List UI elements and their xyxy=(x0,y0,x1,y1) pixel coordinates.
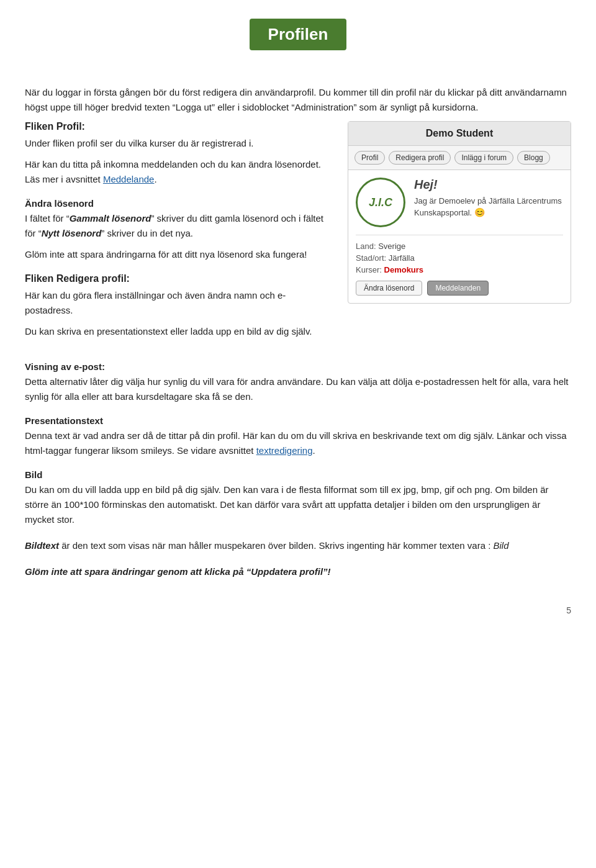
visning-epost-heading: Visning av e-post: xyxy=(25,361,571,372)
fliken-profil-text2: Här kan du titta på inkomna meddelanden … xyxy=(25,157,329,187)
smiley-icon: 😊 xyxy=(474,207,485,217)
bildtext-paragraph: Bildtext är den text som visas när man h… xyxy=(25,538,571,553)
fliken-redigera-section: Fliken Redigera profil: Här kan du göra … xyxy=(25,273,329,339)
fliken-profil-section: Fliken Profil: Under fliken profil ser d… xyxy=(25,121,329,187)
demo-card-column: Demo Student Profil Redigera profil Inlä… xyxy=(348,121,571,350)
demo-student-card: Demo Student Profil Redigera profil Inlä… xyxy=(348,121,571,304)
page-title: Profilen xyxy=(250,19,347,50)
detail-land: Land: Sverige xyxy=(356,242,563,251)
title-wrapper: Profilen xyxy=(25,19,571,68)
fliken-profil-heading: Fliken Profil: xyxy=(25,121,329,132)
two-column-layout: Fliken Profil: Under fliken profil ser d… xyxy=(25,121,571,350)
meddelande-link[interactable]: Meddelande xyxy=(103,174,155,184)
andra-losenord-text1: I fältet för “Gammalt lösenord” skriver … xyxy=(25,211,329,241)
demo-card-body: J.l.C Hej! Jag är Demoelev på Järfälla L… xyxy=(348,170,571,303)
tab-inlagg-forum[interactable]: Inlägg i forum xyxy=(454,151,513,165)
demo-card-actions: Ändra lösenord Meddelanden xyxy=(356,281,563,296)
left-column: Fliken Profil: Under fliken profil ser d… xyxy=(25,121,329,350)
meddelanden-button[interactable]: Meddelanden xyxy=(427,281,489,296)
demo-description: Jag är Demoelev på Järfälla Lärcentrums … xyxy=(414,196,563,219)
andra-losenord-text2: Glöm inte att spara ändringarna för att … xyxy=(25,247,329,262)
demo-card-header: Demo Student xyxy=(348,122,571,146)
tab-profil[interactable]: Profil xyxy=(354,151,385,165)
fliken-profil-text1: Under fliken profil ser du vilka kurser … xyxy=(25,136,329,151)
page-number: 5 xyxy=(566,605,571,615)
andra-losenord-heading: Ändra lösenord xyxy=(25,198,329,209)
presentationstext-heading: Presentationstext xyxy=(25,415,571,426)
demo-greeting-area: Hej! Jag är Demoelev på Järfälla Lärcent… xyxy=(414,178,563,219)
visning-epost-text1: Detta alternativ låter dig välja hur syn… xyxy=(25,374,571,404)
bild-heading: Bild xyxy=(25,469,571,480)
andra-losenord-button[interactable]: Ändra lösenord xyxy=(356,281,422,296)
bildtext-section: Bildtext är den text som visas när man h… xyxy=(25,538,571,553)
fliken-redigera-text2: Du kan skriva en presentationstext eller… xyxy=(25,324,329,339)
fliken-redigera-text1: Här kan du göra flera inställningar och … xyxy=(25,288,329,318)
demo-card-tabs: Profil Redigera profil Inlägg i forum Bl… xyxy=(348,146,571,170)
footer-note-section: Glöm inte att spara ändringar genom att … xyxy=(25,564,571,579)
textredigering-link[interactable]: textredigering xyxy=(256,445,313,456)
fliken-redigera-heading: Fliken Redigera profil: xyxy=(25,273,329,284)
visning-epost-section: Visning av e-post: Detta alternativ låte… xyxy=(25,361,571,404)
andra-losenord-section: Ändra lösenord I fältet för “Gammalt lös… xyxy=(25,198,329,262)
detail-stad: Stad/ort: Järfälla xyxy=(356,253,563,263)
presentationstext-section: Presentationstext Denna text är vad andr… xyxy=(25,415,571,458)
bild-section: Bild Du kan om du vill ladda upp en bild… xyxy=(25,469,571,527)
demo-profile-row: J.l.C Hej! Jag är Demoelev på Järfälla L… xyxy=(356,178,563,227)
tab-redigera-profil[interactable]: Redigera profil xyxy=(389,151,451,165)
demo-greeting: Hej! xyxy=(414,178,563,192)
tab-blogg[interactable]: Blogg xyxy=(517,151,550,165)
avatar: J.l.C xyxy=(356,178,405,227)
presentationstext-text1: Denna text är vad andra ser då de tittar… xyxy=(25,428,571,458)
intro-paragraph: När du loggar in första gången bör du fö… xyxy=(25,85,571,115)
footer-note-text: Glöm inte att spara ändringar genom att … xyxy=(25,564,571,579)
bild-text1: Du kan om du vill ladda upp en bild på d… xyxy=(25,482,571,527)
detail-kurser: Kurser: Demokurs xyxy=(356,265,563,274)
demo-card-details: Land: Sverige Stad/ort: Järfälla Kurser:… xyxy=(356,235,563,274)
